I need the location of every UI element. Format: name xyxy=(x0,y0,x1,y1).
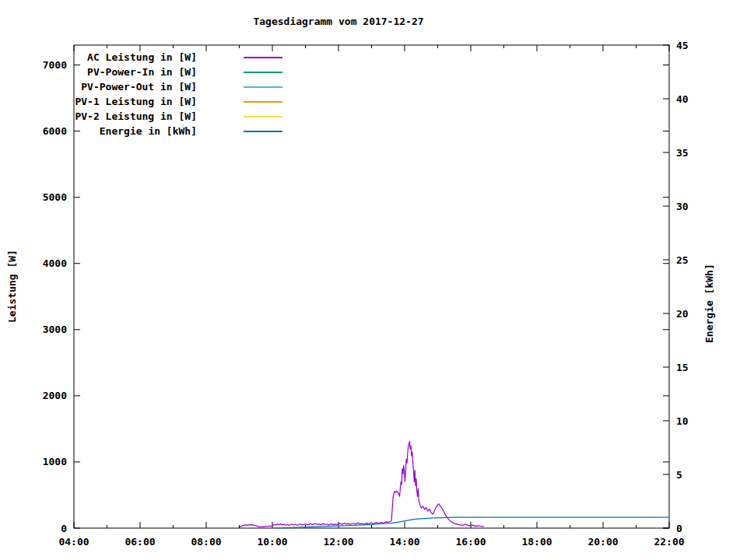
legend-color-line xyxy=(244,131,282,132)
svg-text:7000: 7000 xyxy=(43,59,67,71)
svg-text:08:00: 08:00 xyxy=(191,536,221,548)
svg-text:5000: 5000 xyxy=(43,191,67,203)
chart: Tagesdiagramm vom 2017-12-27 Leistung [W… xyxy=(0,0,747,560)
svg-text:04:00: 04:00 xyxy=(58,536,89,548)
legend-color-line xyxy=(244,57,282,58)
legend-item: Energie in [kWh] xyxy=(74,124,282,138)
svg-text:12:00: 12:00 xyxy=(323,536,353,548)
svg-text:15: 15 xyxy=(676,362,689,373)
svg-text:45: 45 xyxy=(676,40,689,51)
svg-text:40: 40 xyxy=(676,93,689,105)
svg-text:35: 35 xyxy=(676,147,689,159)
svg-text:1000: 1000 xyxy=(43,456,67,467)
svg-text:30: 30 xyxy=(676,201,689,212)
svg-text:20:00: 20:00 xyxy=(587,536,618,548)
legend-item-label: PV-Power-Out in [W] xyxy=(74,81,197,93)
legend-item-label: AC Leistung in [W] xyxy=(74,51,197,63)
svg-text:18:00: 18:00 xyxy=(521,536,552,548)
svg-text:4000: 4000 xyxy=(43,257,67,269)
series-energie-in-kwh xyxy=(276,517,669,528)
legend-item: PV-2 Leistung in [W] xyxy=(74,109,282,124)
svg-text:06:00: 06:00 xyxy=(124,536,155,548)
svg-text:22:00: 22:00 xyxy=(654,536,684,548)
legend-item-label: PV-1 Leistung in [W] xyxy=(74,96,197,107)
svg-text:3000: 3000 xyxy=(43,324,67,335)
legend-item-label: PV-2 Leistung in [W] xyxy=(74,110,197,122)
svg-text:0: 0 xyxy=(676,523,682,534)
legend-item: AC Leistung in [W] xyxy=(74,50,282,65)
y2-axis: 051015202530354045 xyxy=(663,40,689,534)
legend-item: PV-1 Leistung in [W] xyxy=(74,94,282,109)
legend-item-label: Energie in [kWh] xyxy=(74,125,197,137)
legend-color-line xyxy=(244,101,282,103)
svg-text:16:00: 16:00 xyxy=(455,536,486,548)
svg-text:10:00: 10:00 xyxy=(257,536,287,548)
legend-color-line xyxy=(244,116,282,117)
svg-text:10: 10 xyxy=(676,415,689,427)
svg-text:2000: 2000 xyxy=(43,390,67,401)
legend-item: PV-Power-Out in [W] xyxy=(74,79,282,94)
svg-text:20: 20 xyxy=(676,308,689,320)
legend-item-label: PV-Power-In in [W] xyxy=(74,66,197,78)
series-ac-leistung-in-w xyxy=(240,441,484,527)
svg-text:14:00: 14:00 xyxy=(389,536,419,548)
svg-text:0: 0 xyxy=(61,523,67,534)
svg-text:5: 5 xyxy=(676,469,682,481)
legend-color-line xyxy=(244,72,282,73)
chart-legend: AC Leistung in [W] PV-Power-In in [W] PV… xyxy=(74,50,282,138)
legend-item: PV-Power-In in [W] xyxy=(74,65,282,79)
legend-color-line xyxy=(244,86,282,88)
svg-text:25: 25 xyxy=(676,254,689,266)
svg-text:6000: 6000 xyxy=(43,125,67,137)
